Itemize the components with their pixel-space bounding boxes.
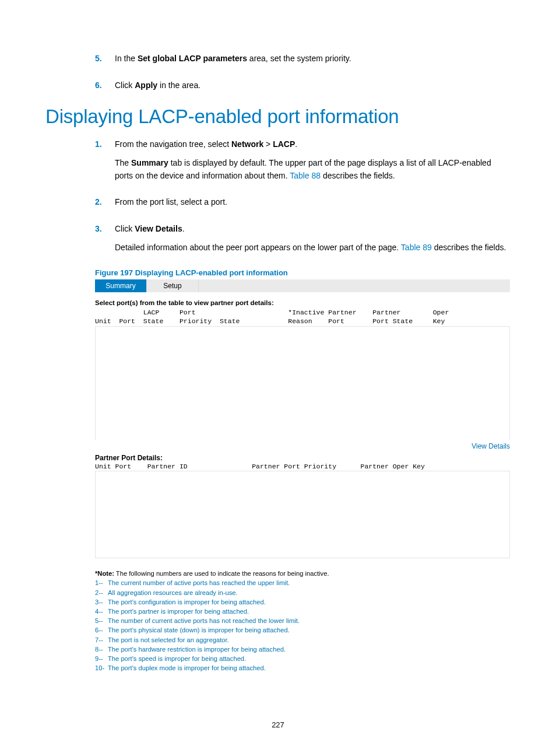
note-text: The port's configuration is improper for… xyxy=(108,597,266,607)
port-table[interactable] xyxy=(95,326,510,440)
note-lead: *Note: The following numbers are used to… xyxy=(95,569,510,578)
main-steps: 1.From the navigation tree, select Netwo… xyxy=(95,138,511,260)
note-text: The number of current active ports has n… xyxy=(108,616,300,625)
figure-screenshot: SummarySetup Select port(s) from the tab… xyxy=(95,279,510,673)
note-text: The port's duplex mode is improper for b… xyxy=(108,663,266,673)
view-details-row: View Details xyxy=(95,442,510,450)
tab-bar: SummarySetup xyxy=(95,279,510,292)
note-marker: 3-- xyxy=(95,597,108,607)
table1-header: LACP Port *Inactive Partner Partner Oper… xyxy=(95,308,510,326)
note-text: The port is not selected for an aggregat… xyxy=(108,635,229,645)
view-details-link[interactable]: View Details xyxy=(471,442,510,450)
note-marker: 1-- xyxy=(95,578,108,587)
step-marker: 5. xyxy=(95,52,115,71)
step-body: Click Apply in the area. xyxy=(115,79,511,98)
table2-header: Unit Port Partner ID Partner Port Priori… xyxy=(95,462,510,471)
tab-setup[interactable]: Setup xyxy=(147,279,199,292)
partner-port-details-label: Partner Port Details: xyxy=(95,454,510,462)
step-body: Click View Details.Detailed information … xyxy=(115,223,511,260)
note-text: The port's speed is improper for being a… xyxy=(108,654,246,663)
note-text: The port's physical state (down) is impr… xyxy=(108,625,290,635)
section-heading: Displaying LACP-enabled port information xyxy=(45,106,511,128)
note-text: The port's hardware restriction is impro… xyxy=(108,645,286,654)
note-marker: 8-- xyxy=(95,645,108,654)
note-text: All aggregation resources are already in… xyxy=(108,588,238,597)
inactive-reason-notes: *Note: The following numbers are used to… xyxy=(95,569,510,673)
step-marker: 1. xyxy=(95,138,115,188)
note-marker: 9-- xyxy=(95,654,108,663)
step-body: From the port list, select a port. xyxy=(115,196,511,215)
step-marker: 3. xyxy=(95,223,115,260)
step-body: From the navigation tree, select Network… xyxy=(115,138,511,188)
step-marker: 6. xyxy=(95,79,115,98)
note-marker: 10- xyxy=(95,663,108,673)
note-marker: 2-- xyxy=(95,588,108,597)
note-marker: 6-- xyxy=(95,625,108,635)
page-number: 227 xyxy=(0,720,556,729)
step-marker: 2. xyxy=(95,196,115,215)
note-marker: 7-- xyxy=(95,635,108,645)
step-body: In the Set global LACP parameters area, … xyxy=(115,52,511,71)
note-marker: 5-- xyxy=(95,616,108,625)
intro-steps: 5.In the Set global LACP parameters area… xyxy=(95,52,511,97)
tab-summary[interactable]: Summary xyxy=(95,279,147,292)
note-text: The current number of active ports has r… xyxy=(108,578,290,587)
note-marker: 4-- xyxy=(95,607,108,616)
partner-port-table[interactable] xyxy=(95,471,510,558)
figure-caption: Figure 197 Displaying LACP-enabled port … xyxy=(95,268,511,277)
note-text: The port's partner is improper for being… xyxy=(108,607,249,616)
select-port-caption: Select port(s) from the table to view pa… xyxy=(95,299,510,306)
